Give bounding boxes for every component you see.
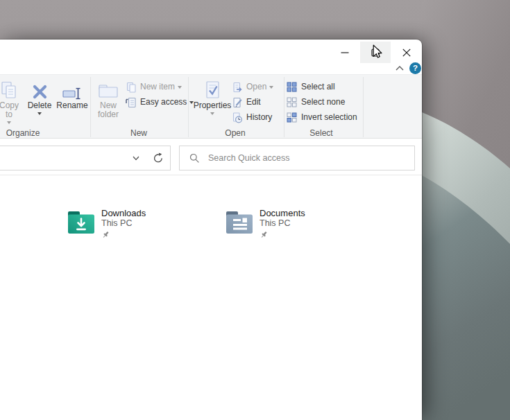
delete-icon — [31, 78, 49, 101]
ribbon-button-select-all[interactable]: Select all — [286, 80, 335, 94]
new-folder-label: New folder — [94, 101, 123, 119]
easy-access-icon — [125, 96, 137, 108]
close-icon — [402, 49, 411, 57]
refresh-button[interactable] — [149, 146, 167, 170]
navigation-bar — [0, 139, 422, 175]
copy-to-label: Copy to — [0, 101, 22, 119]
item-name: Downloads — [101, 208, 146, 218]
address-dropdown-button[interactable] — [127, 146, 145, 170]
open-label: Open — [246, 82, 266, 91]
ribbon-button-new-folder[interactable]: New folder — [92, 78, 124, 129]
ribbon-button-open[interactable]: Open — [231, 80, 273, 94]
item-name: Documents — [260, 208, 305, 218]
close-button[interactable] — [391, 42, 422, 63]
ribbon-button-invert-selection[interactable]: Invert selection — [286, 110, 357, 125]
ribbon-button-edit[interactable]: Edit — [231, 95, 261, 110]
properties-icon — [203, 78, 222, 101]
documents-folder-icon — [224, 207, 255, 238]
ribbon-group-separator — [188, 77, 189, 137]
rename-label: Rename — [56, 101, 87, 110]
item-location: This PC — [260, 218, 305, 229]
history-label: History — [246, 113, 272, 122]
copy-to-icon — [0, 78, 19, 101]
pin-icon — [260, 230, 269, 239]
search-input[interactable] — [208, 153, 414, 163]
ribbon-button-new-item[interactable]: New item — [125, 80, 182, 94]
downloads-folder-icon — [66, 207, 96, 238]
dropdown-caret-icon — [178, 86, 182, 89]
help-icon: ? — [413, 64, 418, 73]
delete-label: Delete — [28, 101, 52, 110]
invert-selection-icon — [286, 112, 298, 123]
select-none-label: Select none — [301, 98, 345, 107]
pin-icon — [101, 230, 110, 239]
search-box[interactable] — [179, 146, 415, 170]
ribbon-button-delete[interactable]: Delete — [24, 78, 55, 129]
easy-access-label: Easy access — [140, 98, 187, 107]
desktop: ? Copy to — [0, 0, 510, 420]
ribbon-button-select-none[interactable]: Select none — [286, 95, 345, 110]
new-folder-icon — [97, 78, 119, 101]
ribbon-group-separator — [363, 77, 364, 137]
ribbon-group-label-new: New — [108, 128, 170, 138]
select-all-label: Select all — [301, 82, 335, 91]
ribbon-group-label-organize: Organize — [0, 128, 46, 138]
ribbon-button-rename[interactable]: Rename — [55, 78, 90, 129]
chevron-up-icon — [396, 66, 404, 71]
minimize-button[interactable] — [330, 42, 360, 63]
open-icon — [231, 81, 243, 93]
ribbon-button-easy-access[interactable]: Easy access — [125, 95, 194, 110]
history-icon — [231, 112, 243, 123]
desktop-wallpaper — [422, 0, 510, 420]
ribbon-button-copy-to[interactable]: Copy to — [0, 78, 28, 129]
dropdown-caret-icon — [269, 86, 273, 89]
dropdown-caret-icon — [7, 121, 11, 124]
properties-label: Properties — [194, 101, 232, 110]
explorer-window: ? Copy to — [0, 40, 422, 420]
ribbon: Copy to Delete — [0, 74, 422, 139]
chevron-down-icon — [133, 155, 139, 161]
edit-label: Edit — [246, 98, 261, 107]
dropdown-caret-icon — [37, 112, 42, 115]
collapse-ribbon-button[interactable] — [393, 64, 406, 72]
file-list: Downloads This PC — [0, 175, 422, 420]
new-item-label: New item — [140, 82, 175, 91]
item-location: This PC — [101, 218, 146, 229]
ribbon-group-separator — [284, 77, 284, 137]
ribbon-group-label-open: Open — [204, 128, 266, 138]
ribbon-group-label-select: Select — [290, 128, 352, 138]
search-icon — [189, 153, 200, 164]
new-item-icon — [125, 81, 137, 93]
ribbon-button-properties[interactable]: Properties — [192, 78, 232, 129]
invert-selection-label: Invert selection — [301, 113, 357, 122]
refresh-icon — [153, 152, 164, 164]
address-bar[interactable] — [0, 146, 171, 170]
ribbon-button-history[interactable]: History — [231, 110, 272, 125]
select-all-icon — [286, 81, 298, 93]
ribbon-group-separator — [90, 77, 91, 137]
minimize-icon — [341, 52, 349, 53]
help-button[interactable]: ? — [409, 62, 421, 74]
ribbon-options-bar: ? — [0, 61, 422, 74]
quick-access-item-downloads[interactable]: Downloads This PC — [66, 206, 213, 242]
edit-icon — [231, 96, 243, 108]
dropdown-caret-icon — [210, 112, 214, 115]
quick-access-item-documents[interactable]: Documents This PC — [224, 206, 371, 242]
select-none-icon — [286, 96, 298, 108]
mouse-cursor — [373, 44, 382, 60]
rename-icon — [62, 78, 82, 101]
